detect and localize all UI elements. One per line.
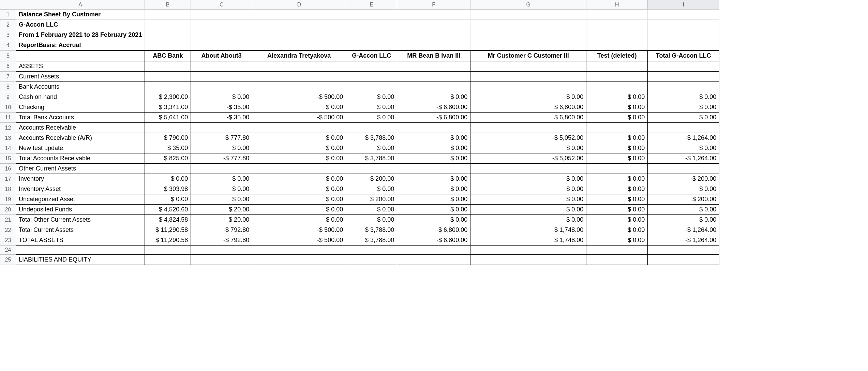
cell-B18[interactable]: $ 303.98 [145, 184, 191, 194]
cell-A2[interactable]: G-Accon LLC [16, 20, 145, 30]
cell-B22[interactable]: $ 11,290.58 [145, 225, 191, 235]
cell-H9[interactable]: $ 0.00 [586, 92, 648, 102]
cell-I12[interactable] [648, 123, 719, 133]
cell-G19[interactable]: $ 0.00 [470, 194, 586, 205]
cell-I20[interactable]: $ 0.00 [648, 205, 719, 215]
cell-A25[interactable]: LIABILITIES AND EQUITY [16, 255, 145, 265]
cell-B7[interactable] [145, 72, 191, 82]
cell-F17[interactable]: $ 0.00 [397, 174, 470, 184]
cell-H11[interactable]: $ 0.00 [586, 113, 648, 123]
cell-C25[interactable] [191, 255, 252, 265]
cell-G9[interactable]: $ 0.00 [470, 92, 586, 102]
cell-A8[interactable]: Bank Accounts [16, 82, 145, 92]
cell-H17[interactable]: $ 0.00 [586, 174, 648, 184]
cell-H20[interactable]: $ 0.00 [586, 205, 648, 215]
cell-F8[interactable] [397, 82, 470, 92]
cell-C7[interactable] [191, 72, 252, 82]
col-header-A[interactable]: A [16, 0, 145, 10]
cell-C1[interactable] [191, 10, 252, 20]
cell-I3[interactable] [648, 30, 719, 40]
cell-H16[interactable] [586, 164, 648, 174]
cell-F22[interactable]: -$ 6,800.00 [397, 225, 470, 235]
cell-H25[interactable] [586, 255, 648, 265]
cell-I2[interactable] [648, 20, 719, 30]
cell-E8[interactable] [346, 82, 397, 92]
cell-E3[interactable] [346, 30, 397, 40]
cell-B6[interactable] [145, 61, 191, 72]
cell-B23[interactable]: $ 11,290.58 [145, 235, 191, 246]
cell-E11[interactable]: $ 0.00 [346, 113, 397, 123]
cell-B13[interactable]: $ 790.00 [145, 133, 191, 143]
cell-B15[interactable]: $ 825.00 [145, 153, 191, 164]
cell-A20[interactable]: Undeposited Funds [16, 205, 145, 215]
cell-E1[interactable] [346, 10, 397, 20]
cell-B11[interactable]: $ 5,641.00 [145, 113, 191, 123]
cell-I14[interactable]: $ 0.00 [648, 143, 719, 153]
cell-D12[interactable] [252, 123, 346, 133]
cell-C18[interactable]: $ 0.00 [191, 184, 252, 194]
cell-C6[interactable] [191, 61, 252, 72]
cell-I1[interactable] [648, 10, 719, 20]
cell-B12[interactable] [145, 123, 191, 133]
cell-H13[interactable]: $ 0.00 [586, 133, 648, 143]
cell-H19[interactable]: $ 0.00 [586, 194, 648, 205]
cell-H23[interactable]: $ 0.00 [586, 235, 648, 246]
cell-A24[interactable] [16, 246, 145, 255]
cell-A4[interactable]: ReportBasis: Accrual [16, 40, 145, 51]
cell-H14[interactable]: $ 0.00 [586, 143, 648, 153]
col-header-E[interactable]: E [346, 0, 397, 10]
cell-C17[interactable]: $ 0.00 [191, 174, 252, 184]
cell-I15[interactable]: -$ 1,264.00 [648, 153, 719, 164]
cell-I13[interactable]: -$ 1,264.00 [648, 133, 719, 143]
cell-G5[interactable]: Mr Customer C Customer III [470, 50, 586, 61]
cell-E12[interactable] [346, 123, 397, 133]
cell-A15[interactable]: Total Accounts Receivable [16, 153, 145, 164]
cell-F23[interactable]: -$ 6,800.00 [397, 235, 470, 246]
cell-A7[interactable]: Current Assets [16, 72, 145, 82]
cell-E10[interactable]: $ 0.00 [346, 102, 397, 113]
cell-I23[interactable]: -$ 1,264.00 [648, 235, 719, 246]
cell-G11[interactable]: $ 6,800.00 [470, 113, 586, 123]
cell-F14[interactable]: $ 0.00 [397, 143, 470, 153]
cell-E2[interactable] [346, 20, 397, 30]
cell-B5[interactable]: ABC Bank [145, 50, 191, 61]
cell-A13[interactable]: Accounts Receivable (A/R) [16, 133, 145, 143]
cell-C16[interactable] [191, 164, 252, 174]
cell-D24[interactable] [252, 246, 346, 255]
cell-D2[interactable] [252, 20, 346, 30]
cell-D19[interactable]: $ 0.00 [252, 194, 346, 205]
row-header-6[interactable]: 6 [0, 61, 16, 72]
cell-I10[interactable]: $ 0.00 [648, 102, 719, 113]
cell-D1[interactable] [252, 10, 346, 20]
cell-E24[interactable] [346, 246, 397, 255]
row-header-5[interactable]: 5 [0, 50, 16, 61]
cell-I4[interactable] [648, 40, 719, 51]
cell-C11[interactable]: -$ 35.00 [191, 113, 252, 123]
cell-G21[interactable]: $ 0.00 [470, 215, 586, 225]
cell-I19[interactable]: $ 200.00 [648, 194, 719, 205]
cell-E21[interactable]: $ 0.00 [346, 215, 397, 225]
cell-D20[interactable]: $ 0.00 [252, 205, 346, 215]
cell-F9[interactable]: $ 0.00 [397, 92, 470, 102]
cell-H24[interactable] [586, 246, 648, 255]
row-header-2[interactable]: 2 [0, 20, 16, 30]
cell-F21[interactable]: $ 0.00 [397, 215, 470, 225]
cell-C21[interactable]: $ 20.00 [191, 215, 252, 225]
cell-I17[interactable]: -$ 200.00 [648, 174, 719, 184]
cell-C14[interactable]: $ 0.00 [191, 143, 252, 153]
cell-E5[interactable]: G-Accon LLC [346, 50, 397, 61]
cell-F12[interactable] [397, 123, 470, 133]
cell-A18[interactable]: Inventory Asset [16, 184, 145, 194]
cell-B24[interactable] [145, 246, 191, 255]
cell-D7[interactable] [252, 72, 346, 82]
cell-I16[interactable] [648, 164, 719, 174]
cell-C20[interactable]: $ 20.00 [191, 205, 252, 215]
cell-B3[interactable] [145, 30, 191, 40]
row-header-16[interactable]: 16 [0, 164, 16, 174]
cell-G23[interactable]: $ 1,748.00 [470, 235, 586, 246]
cell-B10[interactable]: $ 3,341.00 [145, 102, 191, 113]
cell-F7[interactable] [397, 72, 470, 82]
row-header-20[interactable]: 20 [0, 205, 16, 215]
cell-E9[interactable]: $ 0.00 [346, 92, 397, 102]
col-header-I[interactable]: I [648, 0, 719, 10]
